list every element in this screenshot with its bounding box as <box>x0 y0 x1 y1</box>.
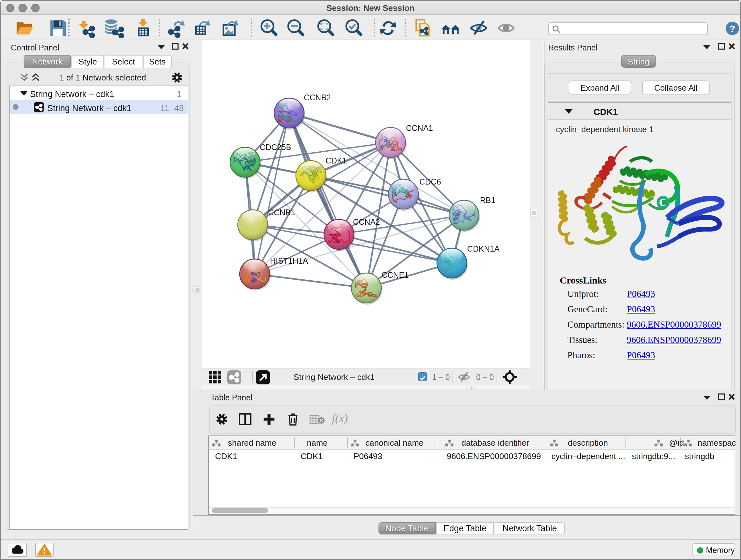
svg-text:CCNB1: CCNB1 <box>268 208 295 217</box>
svg-text:HIST1H1A: HIST1H1A <box>270 256 308 265</box>
svg-text:CCNB2: CCNB2 <box>304 93 331 102</box>
svg-text:CDK1: CDK1 <box>326 156 347 165</box>
svg-text:CDC6: CDC6 <box>419 177 441 186</box>
svg-text:CCNE1: CCNE1 <box>382 270 409 279</box>
svg-text:CDC25B: CDC25B <box>260 143 291 152</box>
svg-text:RB1: RB1 <box>480 196 495 205</box>
svg-text:CCNA1: CCNA1 <box>406 124 433 132</box>
svg-text:CCNA2: CCNA2 <box>353 217 380 226</box>
svg-text:CDKN1A: CDKN1A <box>467 244 500 253</box>
